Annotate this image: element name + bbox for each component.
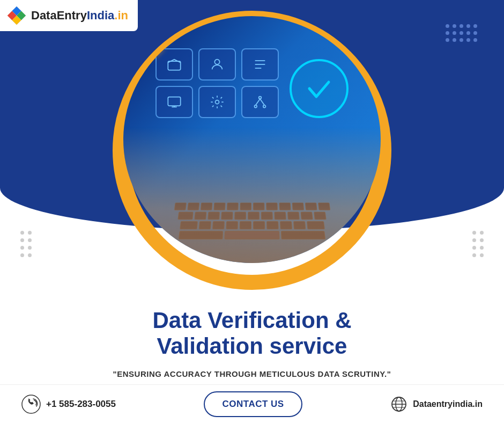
header-logo-area: DataEntryIndia.in bbox=[0, 0, 138, 31]
svg-point-13 bbox=[216, 100, 219, 104]
svg-line-18 bbox=[260, 99, 264, 105]
dots-left bbox=[20, 231, 32, 257]
svg-rect-10 bbox=[168, 97, 180, 106]
icon-box-folder bbox=[155, 48, 193, 81]
main-title: Data Verification & Validation service bbox=[43, 308, 461, 360]
svg-point-15 bbox=[255, 105, 257, 108]
icon-box-list bbox=[241, 48, 279, 81]
icon-box-monitor bbox=[155, 86, 193, 118]
phone-section: +1 585-283-0055 bbox=[21, 395, 116, 414]
phone-icon bbox=[21, 395, 41, 414]
check-circle-icon bbox=[290, 59, 349, 118]
icon-box-gear bbox=[198, 86, 236, 118]
icon-box-network bbox=[241, 86, 279, 118]
hands-overlay bbox=[123, 127, 381, 263]
icon-box-person bbox=[198, 48, 236, 81]
svg-rect-5 bbox=[168, 61, 180, 70]
svg-point-16 bbox=[263, 105, 266, 108]
phone-number: +1 585-283-0055 bbox=[46, 399, 116, 410]
title-line1: Data Verification & bbox=[152, 308, 351, 333]
svg-point-6 bbox=[214, 60, 219, 64]
website-url: Dataentryindia.in bbox=[413, 399, 483, 409]
content-section: Data Verification & Validation service "… bbox=[0, 308, 504, 380]
footer-bar: +1 585-283-0055 CONTACT US Dataentryindi… bbox=[0, 384, 504, 423]
contact-us-button[interactable]: CONTACT US bbox=[204, 391, 302, 417]
hero-image bbox=[123, 16, 381, 263]
logo-icon bbox=[6, 5, 27, 26]
subtitle-text: "ENSURING ACCURACY THROUGH METICULOUS DA… bbox=[43, 368, 461, 381]
svg-line-17 bbox=[256, 99, 260, 105]
globe-icon bbox=[390, 396, 407, 413]
website-section: Dataentryindia.in bbox=[390, 396, 483, 413]
floating-icons-grid bbox=[155, 48, 279, 118]
logo-text: DataEntryIndia.in bbox=[31, 9, 128, 23]
dots-right bbox=[472, 231, 484, 257]
dots-top-right bbox=[446, 24, 477, 42]
svg-point-14 bbox=[259, 97, 262, 99]
title-line2: Validation service bbox=[157, 333, 347, 359]
